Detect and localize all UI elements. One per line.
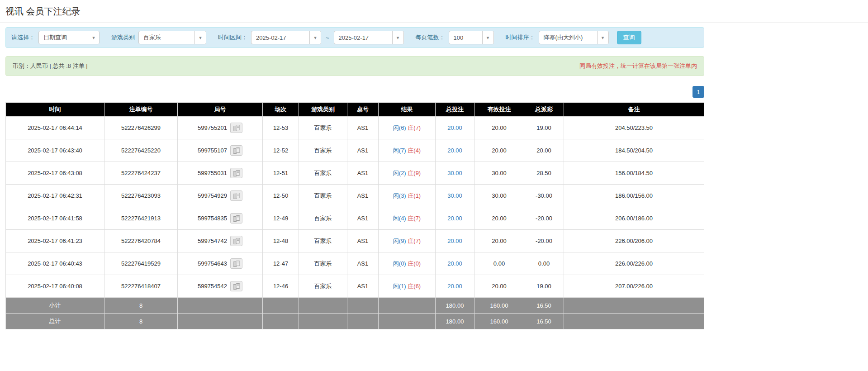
remark-cell: 156.00/184.50 (564, 162, 704, 185)
game-type-cell: 百家乐 (299, 252, 347, 275)
valid-bet-cell: 20.00 (474, 230, 524, 252)
session-cell: 12-50 (263, 185, 299, 207)
view-round-cards-button[interactable] (230, 258, 242, 269)
view-round-cards-button[interactable] (230, 123, 242, 133)
table-no-cell: AS1 (347, 117, 379, 139)
result-cell: 闲(6) 庄(7) (379, 117, 436, 139)
round-cell: 599755201 (178, 117, 263, 139)
search-button[interactable]: 查询 (617, 31, 641, 44)
page-button[interactable]: 1 (693, 86, 704, 98)
time-cell: 2025-02-17 06:43:08 (6, 162, 104, 185)
date-to-select[interactable]: 2025-02-17 ▾ (334, 31, 404, 44)
page-size-value: 100 (449, 31, 482, 44)
summary-cell: 8 (104, 298, 178, 314)
bet-id-cell: 522276421913 (104, 207, 178, 230)
total-bet-link[interactable]: 20.00 (447, 260, 462, 267)
total-bet-cell: 20.00 (436, 230, 474, 252)
time-cell: 2025-02-17 06:40:43 (6, 252, 104, 275)
total-bet-link[interactable]: 20.00 (447, 238, 462, 244)
payout-cell: 0.00 (524, 252, 564, 275)
table-row: 2025-02-17 06:40:43522276419529599754643… (6, 252, 704, 275)
bet-id-cell: 522276423093 (104, 185, 178, 207)
table-no-cell: AS1 (347, 139, 379, 162)
chevron-down-icon: ▾ (482, 31, 493, 44)
summary-cell (263, 314, 299, 329)
result-cell: 闲(9) 庄(7) (379, 230, 436, 252)
date-to-value: 2025-02-17 (334, 31, 392, 44)
column-header: 局号 (178, 103, 263, 117)
summary-cell (379, 314, 436, 329)
total-bet-link[interactable]: 20.00 (447, 283, 462, 290)
time-cell: 2025-02-17 06:42:31 (6, 185, 104, 207)
game-type-cell: 百家乐 (299, 275, 347, 298)
round-cell: 599754929 (178, 185, 263, 207)
cards-icon (232, 147, 241, 154)
session-cell: 12-46 (263, 275, 299, 298)
round-number: 599755201 (198, 124, 227, 131)
table-no-cell: AS1 (347, 275, 379, 298)
view-round-cards-button[interactable] (230, 145, 242, 156)
result-cell: 闲(1) 庄(6) (379, 275, 436, 298)
page-size-select[interactable]: 100 ▾ (449, 31, 494, 44)
banker-result: 庄(6) (408, 283, 421, 290)
total-bet-link[interactable]: 30.00 (447, 192, 462, 199)
summary-cell (564, 314, 704, 329)
result-cell: 闲(0) 庄(0) (379, 252, 436, 275)
column-header: 时间 (6, 103, 104, 117)
summary-label: 小计 (6, 298, 104, 314)
time-sort-select[interactable]: 降幂(由大到小) ▾ (539, 31, 609, 44)
session-cell: 12-49 (263, 207, 299, 230)
remark-cell: 184.50/204.50 (564, 139, 704, 162)
total-bet-link[interactable]: 30.00 (447, 170, 462, 176)
remark-cell: 186.00/156.00 (564, 185, 704, 207)
view-round-cards-button[interactable] (230, 213, 242, 224)
game-type-cell: 百家乐 (299, 230, 347, 252)
result-cell: 闲(2) 庄(9) (379, 162, 436, 185)
column-header: 总派彩 (524, 103, 564, 117)
view-round-cards-button[interactable] (230, 281, 242, 291)
round-cell: 599754542 (178, 275, 263, 298)
bet-id-cell: 522276424237 (104, 162, 178, 185)
payout-cell: -20.00 (524, 230, 564, 252)
table-row: 2025-02-17 06:41:58522276421913599754835… (6, 207, 704, 230)
view-round-cards-button[interactable] (230, 168, 242, 178)
player-result: 闲(0) (393, 260, 406, 267)
total-bet-cell: 20.00 (436, 252, 474, 275)
date-from-select[interactable]: 2025-02-17 ▾ (251, 31, 321, 44)
cards-icon (232, 124, 241, 132)
bet-id-cell: 522276420784 (104, 230, 178, 252)
round-number: 599754643 (198, 260, 227, 267)
result-cell: 闲(3) 庄(1) (379, 185, 436, 207)
valid-bet-cell: 0.00 (474, 252, 524, 275)
page-title: 视讯 会员下注纪录 (5, 5, 868, 18)
view-round-cards-button[interactable] (230, 190, 242, 201)
session-cell: 12-47 (263, 252, 299, 275)
query-type-value: 日期查询 (39, 31, 88, 44)
bet-id-cell: 522276418407 (104, 275, 178, 298)
valid-bet-cell: 30.00 (474, 185, 524, 207)
banker-result: 庄(1) (408, 192, 421, 199)
column-header: 有效投注 (474, 103, 524, 117)
total-bet-link[interactable]: 20.00 (447, 124, 462, 131)
game-type-select[interactable]: 百家乐 ▾ (138, 31, 206, 44)
table-no-cell: AS1 (347, 230, 379, 252)
content-container: 请选择： 日期查询 ▾ 游戏类别 百家乐 ▾ 时间区间： 2025-02-17 … (5, 27, 704, 329)
round-number: 599754542 (198, 283, 227, 290)
banker-result: 庄(7) (408, 215, 421, 222)
total-bet-link[interactable]: 20.00 (447, 215, 462, 222)
summary-cell (299, 298, 347, 314)
query-type-label: 请选择： (11, 33, 35, 42)
query-type-select[interactable]: 日期查询 ▾ (38, 31, 100, 44)
valid-bet-cell: 20.00 (474, 117, 524, 139)
session-cell: 12-48 (263, 230, 299, 252)
payout-cell: -20.00 (524, 207, 564, 230)
table-body: 2025-02-17 06:44:14522276426299599755201… (6, 117, 704, 329)
valid-bet-cell: 20.00 (474, 275, 524, 298)
result-cell: 闲(7) 庄(4) (379, 139, 436, 162)
session-cell: 12-51 (263, 162, 299, 185)
view-round-cards-button[interactable] (230, 236, 242, 246)
total-bet-link[interactable]: 20.00 (447, 147, 462, 154)
total-bet-cell: 20.00 (436, 139, 474, 162)
round-number: 599754929 (198, 192, 227, 199)
result-cell: 闲(4) 庄(7) (379, 207, 436, 230)
